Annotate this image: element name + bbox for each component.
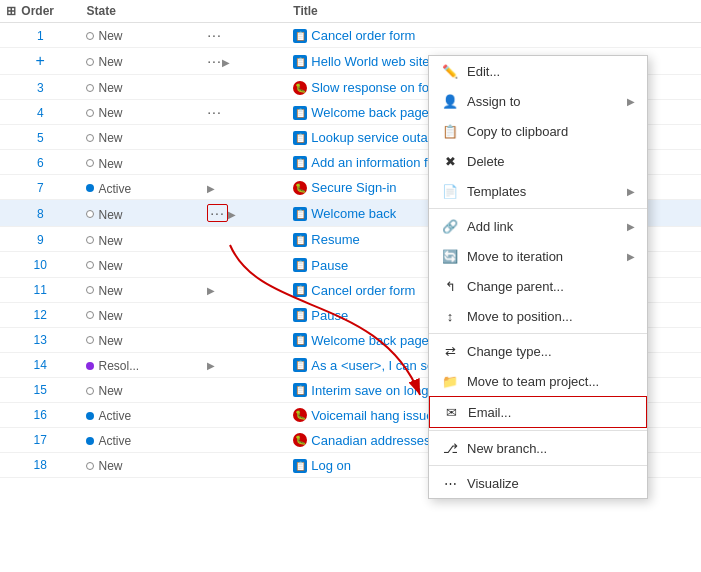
menu-item-change-parent[interactable]: ↰Change parent... <box>429 271 647 301</box>
item-title[interactable]: Log on <box>311 458 351 473</box>
actions-cell <box>201 452 287 477</box>
state-dot <box>86 261 94 269</box>
actions-cell: ···▶ <box>201 200 287 227</box>
menu-item-email[interactable]: ✉Email... <box>429 396 647 428</box>
order-number: 13 <box>34 333 47 347</box>
menu-item-visualize[interactable]: ⋯Visualize <box>429 468 647 498</box>
actions-dots-button[interactable]: ··· <box>207 104 222 120</box>
menu-item-delete[interactable]: ✖Delete <box>429 146 647 176</box>
order-number: 8 <box>37 207 44 221</box>
menu-item-move-team[interactable]: 📁Move to team project... <box>429 366 647 396</box>
state-dot <box>86 336 94 344</box>
expand-arrow[interactable]: ▶ <box>222 57 230 68</box>
add-child-button[interactable]: + <box>36 52 45 70</box>
state-label: New <box>98 81 122 95</box>
order-number: 10 <box>34 258 47 272</box>
story-icon: 📋 <box>293 258 307 272</box>
state-dot <box>86 362 94 370</box>
menu-item-label: Move to position... <box>467 309 635 324</box>
branch-icon: ⎇ <box>441 439 459 457</box>
actions-cell <box>201 427 287 452</box>
state-cell: Active <box>80 402 201 427</box>
item-title[interactable]: Pause <box>311 258 348 273</box>
item-title[interactable]: Welcome back page <box>311 333 429 348</box>
menu-item-assign-to[interactable]: 👤Assign to▶ <box>429 86 647 116</box>
item-title[interactable]: Slow response on form <box>311 80 444 95</box>
story-icon: 📋 <box>293 459 307 473</box>
state-dot <box>86 109 94 117</box>
item-title[interactable]: Welcome back <box>311 206 396 221</box>
state-dot <box>86 387 94 395</box>
menu-item-add-link[interactable]: 🔗Add link▶ <box>429 211 647 241</box>
order-cell: 3 <box>0 75 80 100</box>
state-cell: New <box>80 277 201 302</box>
order-cell: 17 <box>0 427 80 452</box>
menu-item-label: Delete <box>467 154 635 169</box>
state-dot <box>86 311 94 319</box>
menu-item-copy-clipboard[interactable]: 📋Copy to clipboard <box>429 116 647 146</box>
state-dot <box>86 184 94 192</box>
menu-item-templates[interactable]: 📄Templates▶ <box>429 176 647 206</box>
bug-icon: 🐛 <box>293 181 307 195</box>
order-cell: 14 <box>0 352 80 377</box>
story-icon: 📋 <box>293 207 307 221</box>
expand-arrow[interactable]: ▶ <box>207 183 215 194</box>
actions-dots-button[interactable]: ··· <box>207 53 222 69</box>
state-label: New <box>98 156 122 170</box>
link-icon: 🔗 <box>441 217 459 235</box>
visualize-icon: ⋯ <box>441 474 459 492</box>
state-dot <box>86 236 94 244</box>
actions-cell <box>201 75 287 100</box>
state-label: New <box>98 29 122 43</box>
item-title[interactable]: Hello World web site <box>311 54 429 69</box>
state-label: New <box>98 459 122 473</box>
item-title[interactable]: Voicemail hang issue <box>311 408 433 423</box>
actions-cell: ▶ <box>201 277 287 302</box>
menu-item-change-type[interactable]: ⇄Change type... <box>429 336 647 366</box>
copy-icon: 📋 <box>441 122 459 140</box>
story-icon: 📋 <box>293 233 307 247</box>
state-label: New <box>98 106 122 120</box>
item-title[interactable]: Welcome back page <box>311 105 429 120</box>
submenu-arrow: ▶ <box>627 251 635 262</box>
item-title[interactable]: Secure Sign-in <box>311 180 396 195</box>
actions-dots-button[interactable]: ··· <box>207 27 222 43</box>
menu-item-edit[interactable]: ✏️Edit... <box>429 56 647 86</box>
state-dot <box>86 134 94 142</box>
col-icon-grid: ⊞ <box>6 4 16 18</box>
state-cell: New <box>80 302 201 327</box>
item-title[interactable]: Pause <box>311 308 348 323</box>
item-title[interactable]: Cancel order form <box>311 283 415 298</box>
item-title[interactable]: Cancel order form <box>311 28 415 43</box>
menu-item-move-iteration[interactable]: 🔄Move to iteration▶ <box>429 241 647 271</box>
story-icon: 📋 <box>293 106 307 120</box>
actions-dots-button[interactable]: ··· <box>207 204 228 222</box>
template-icon: 📄 <box>441 182 459 200</box>
item-title[interactable]: Resume <box>311 232 359 247</box>
state-cell: New <box>80 48 201 75</box>
col-header-actions <box>201 0 287 23</box>
menu-item-move-position[interactable]: ↕Move to position... <box>429 301 647 331</box>
actions-cell: ···▶ <box>201 48 287 75</box>
title-cell: 📋Cancel order form <box>287 23 701 48</box>
order-cell: 11 <box>0 277 80 302</box>
actions-cell: ▶ <box>201 175 287 200</box>
expand-arrow[interactable]: ▶ <box>207 360 215 371</box>
order-number: 1 <box>37 29 44 43</box>
order-cell: 8 <box>0 200 80 227</box>
expand-arrow[interactable]: ▶ <box>228 209 236 220</box>
order-cell: 16 <box>0 402 80 427</box>
order-number: 16 <box>34 408 47 422</box>
order-cell: 12 <box>0 302 80 327</box>
actions-cell <box>201 302 287 327</box>
state-label: New <box>98 258 122 272</box>
menu-item-new-branch[interactable]: ⎇New branch... <box>429 433 647 463</box>
context-menu: ✏️Edit...👤Assign to▶📋Copy to clipboard✖D… <box>428 55 648 499</box>
expand-arrow[interactable]: ▶ <box>207 285 215 296</box>
bug-icon: 🐛 <box>293 81 307 95</box>
actions-cell: ··· <box>201 23 287 48</box>
person-icon: 👤 <box>441 92 459 110</box>
state-label: New <box>98 308 122 322</box>
order-cell: 6 <box>0 150 80 175</box>
story-icon: 📋 <box>293 358 307 372</box>
